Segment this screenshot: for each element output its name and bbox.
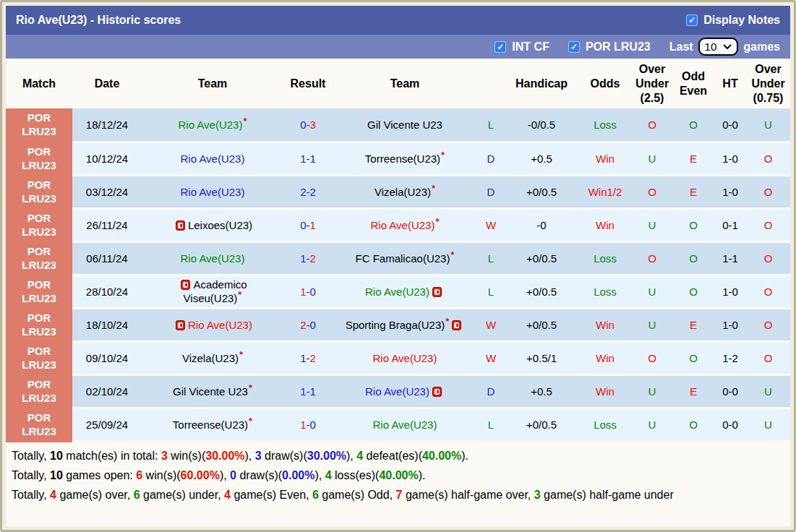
match-date: 26/11/24 [72,208,142,241]
match-league: POR LRU23 [6,241,72,275]
int-cf-checkbox[interactable]: ✓ [495,41,506,53]
over-under-075-cell: U [746,108,790,142]
away-team-cell: Rio Ave(U23)* [333,208,477,241]
team: Rio Ave(U23) [181,153,245,165]
odd-even: O [689,119,698,131]
star-marker: * [249,416,252,426]
summary-segment: 4 [325,469,332,481]
summary-segment: 6 [136,469,142,481]
star-marker: * [450,249,454,260]
result-cell: 1-2 [283,241,333,275]
wdl-cell: D [477,374,505,408]
odd-even-cell: E [672,142,714,175]
summary-segment: loss(es)( [332,469,380,481]
summary-segment: Totally, [12,489,50,501]
result: 1-1 [300,385,316,398]
wdl-cell: W [477,308,505,341]
home-team-cell: Rio Ave(U23) [142,175,283,208]
int-cf-label: INT CF [512,40,549,53]
team-name: Leixoes(U23) [188,219,252,231]
star-marker: * [243,116,247,126]
away-score: 2 [310,186,316,198]
over-under-075-cell: O [746,308,790,341]
team: Rio Ave(U23) [365,385,445,398]
wdl-cell: W [477,208,505,241]
odd-even-cell: O [672,208,714,241]
summary-segment: draw(s)( [262,450,307,462]
column-header-over-under-075: Over Under (0.75) [746,59,790,108]
wdl-letter: W [486,219,496,231]
over-under-25: U [649,153,656,165]
over-under-25-cell: O [632,108,672,142]
over-under-25-cell: U [632,142,672,175]
away-score: 2 [310,252,316,265]
summary-segment: ), [346,450,356,462]
table-row: POR LRU2325/09/24Torreense(U23)*1-0Rio A… [6,408,790,441]
filter-int-cf[interactable]: ✓ INT CF [495,40,549,53]
display-notes-checkbox[interactable]: ✓ [686,14,698,26]
summary-segment: 3 [255,450,262,462]
result: 1-1 [300,153,316,165]
home-score: 1 [300,286,306,298]
ht-cell: 0-0 [714,374,746,408]
display-notes-toggle[interactable]: ✓ Display Notes [686,14,780,27]
home-score: 2 [300,319,306,331]
handicap-cell: -0/0.5 [505,108,578,142]
ht-cell: 0-1 [714,208,746,241]
summary-segment: 0 [230,469,236,481]
handicap-cell: +0/0.5 [505,408,578,441]
odds-cell: Win [578,142,632,175]
filter-por-lru23[interactable]: ✓ POR LRU23 [568,40,651,53]
away-team-cell: Rio Ave(U23) [333,374,477,408]
odd-even-cell: E [672,374,714,408]
table-row: POR LRU2302/10/24Gil Vicente U23*1-1Rio … [6,374,790,408]
wdl-letter: W [486,352,496,364]
ht-cell: 1-0 [714,308,746,341]
column-header-result: Result [283,59,333,108]
odds-cell: Win [578,208,632,241]
over-under-25-cell: O [632,175,672,208]
team-name: Gil Vicente U23 [367,119,442,131]
por-lru23-checkbox[interactable]: ✓ [568,41,580,53]
last-games-select[interactable]: 10 [698,38,739,56]
team: Leixoes(U23) [173,219,252,231]
over-under-075-cell: O [746,275,790,308]
summary-segment: game(s) half-game over, [402,489,534,501]
summary-segment: game(s) under, [140,489,225,501]
home-team-cell: Rio Ave(U23)* [142,108,283,142]
summary-segment: 4 [50,489,56,501]
odds-result: Win [596,352,615,364]
wdl-cell: W [477,341,505,374]
away-score: 3 [310,119,316,131]
wdl-letter: W [486,319,496,331]
over-under-075-cell: O [746,142,790,175]
historic-scores-table: Match Date Team Result Team Handicap Odd… [6,59,790,442]
summary-segment: 4 [224,489,231,501]
match-league: POR LRU23 [6,275,72,308]
over-under-075: O [764,153,773,165]
handicap-cell: +0/0.5 [505,241,578,275]
summary-segment: 3 [161,450,168,462]
wdl-letter: L [488,119,494,131]
odds-result: Win1/2 [589,186,622,198]
odd-even: E [690,186,697,198]
summary-segment: 40.00% [379,469,418,481]
over-under-075-cell: O [746,341,790,374]
odds-result: Win [596,153,615,165]
over-under-075-cell: O [746,175,790,208]
summary-segment: ). [419,469,426,481]
over-under-25: O [648,352,656,364]
star-marker: * [435,216,439,227]
home-score: 1 [300,419,306,431]
column-header-handicap: Handicap [505,59,578,108]
over-under-25: U [649,219,656,231]
wdl-cell: L [477,241,505,275]
table-row: POR LRU2306/11/24Rio Ave(U23)1-2FC Famal… [6,241,790,275]
column-header-odds: Odds [578,59,632,108]
star-marker: * [239,349,243,360]
over-under-075: O [764,319,773,331]
odd-even: E [690,319,697,331]
team: Rio Ave(U23)* [371,219,440,231]
red-card-icon [176,320,185,330]
result-cell: 1-1 [283,142,333,175]
